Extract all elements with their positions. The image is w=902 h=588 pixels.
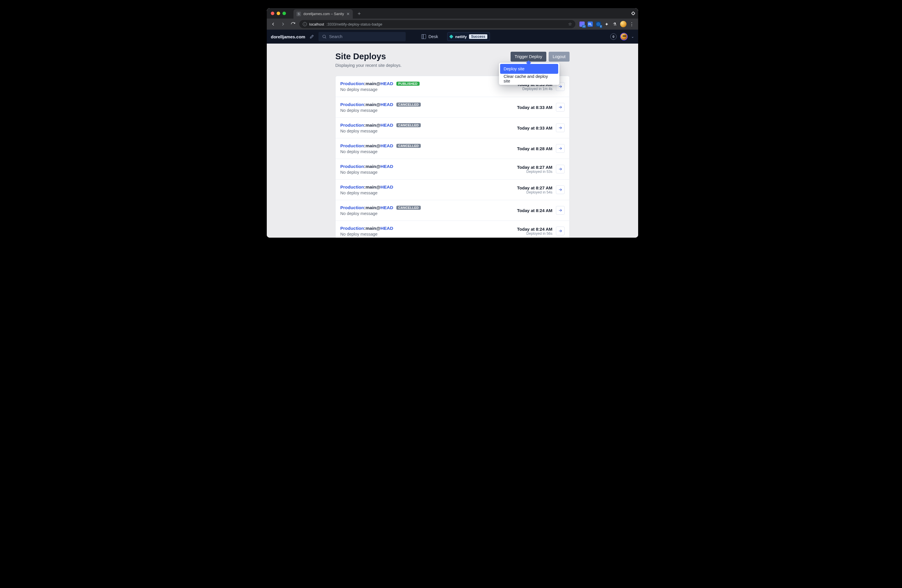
extension-react-icon[interactable]: 12 [579, 22, 585, 27]
svg-line-1 [325, 38, 326, 38]
deploy-title: Production:main@HEAD CANCELLED [340, 123, 421, 128]
deploy-title: Production:main@HEAD [340, 164, 393, 169]
dropdown-item-clear-cache-deploy[interactable]: Clear cache and deploy site [500, 74, 558, 84]
deploy-duration: Deployed in 56s [517, 231, 553, 236]
page: Site Deploys Displaying your recent site… [335, 52, 570, 238]
deploy-time: Today at 8:27 AM [517, 165, 553, 170]
deploy-title: Production:main@HEAD [340, 185, 393, 190]
tab-favicon: S [296, 12, 301, 16]
deploy-message: No deploy message [340, 232, 393, 236]
page-header: Site Deploys Displaying your recent site… [335, 52, 570, 68]
desk-nav[interactable]: Desk [421, 34, 438, 39]
back-button[interactable] [270, 20, 277, 28]
deploy-row[interactable]: Production:main@HEAD CANCELLEDNo deploy … [336, 117, 569, 138]
dropdown-item-deploy-site[interactable]: Deploy site [500, 64, 558, 74]
deploy-title: Production:main@HEAD CANCELLED [340, 102, 421, 107]
netlify-status: Success [469, 34, 487, 39]
minimize-window-icon[interactable] [277, 12, 280, 15]
site-name[interactable]: dorelljames.com [271, 34, 305, 39]
deploy-duration: Deployed in 53s [517, 170, 553, 174]
trigger-deploy-dropdown[interactable]: Deploy site Clear cache and deploy site [499, 63, 559, 85]
netlify-label: netlify [455, 34, 467, 39]
bookmark-star-icon[interactable]: ☆ [568, 22, 572, 27]
deploy-title: Production:main@HEAD [340, 226, 393, 231]
status-pill: CANCELLED [396, 144, 421, 148]
deploy-row[interactable]: Production:main@HEADNo deploy messageTod… [336, 179, 569, 200]
deploy-row[interactable]: Production:main@HEAD CANCELLEDNo deploy … [336, 138, 569, 159]
status-pill: PUBLISHED [396, 81, 420, 86]
deploy-time: Today at 8:28 AM [517, 146, 553, 151]
deploy-time: Today at 8:24 AM [517, 227, 553, 231]
deploy-message: No deploy message [340, 170, 393, 175]
extensions-menu-icon[interactable]: ✦ [604, 22, 609, 27]
address-bar[interactable]: i localhost:3333/netlify-deploy-status-b… [299, 20, 575, 28]
extension-redux-icon[interactable]: 2 [596, 22, 601, 27]
netlify-logo-icon [449, 34, 453, 39]
open-deploy-button[interactable] [556, 185, 565, 194]
close-window-icon[interactable] [271, 12, 274, 15]
open-deploy-button[interactable] [556, 103, 565, 111]
chevron-down-icon[interactable]: ⌄ [631, 34, 634, 39]
tab-overflow-icon[interactable] [631, 11, 635, 16]
deploy-time: Today at 8:27 AM [517, 185, 553, 190]
deploy-duration: Deployed in 54s [517, 190, 553, 194]
edit-icon[interactable] [308, 33, 315, 40]
open-deploy-button[interactable] [556, 144, 565, 153]
extension-fontloader-icon[interactable]: FL [587, 22, 593, 27]
browser-tab[interactable]: S dorelljames.com – Sanity ✕ [293, 9, 353, 19]
netlify-status-badge[interactable]: netlify Success [447, 32, 490, 41]
deploy-message: No deploy message [340, 129, 421, 133]
status-pill: CANCELLED [396, 103, 421, 106]
logout-button[interactable]: Logout [549, 52, 570, 62]
page-title: Site Deploys [335, 52, 402, 61]
deploy-row[interactable]: Production:main@HEADNo deploy messageTod… [336, 220, 569, 238]
url-host: localhost [309, 22, 324, 27]
open-deploy-button[interactable] [556, 165, 565, 174]
browser-menu-icon[interactable]: ⋮ [630, 22, 634, 27]
search-icon [322, 34, 327, 39]
open-deploy-button[interactable] [556, 227, 565, 235]
maximize-window-icon[interactable] [282, 12, 286, 15]
deploy-row[interactable]: Production:main@HEAD CANCELLEDNo deploy … [336, 200, 569, 220]
tab-title: dorelljames.com – Sanity [303, 12, 344, 16]
deploy-time: Today at 8:24 AM [517, 208, 553, 213]
deploy-message: No deploy message [340, 108, 421, 113]
notifications-badge[interactable]: 0 [610, 33, 617, 40]
deploy-title: Production:main@HEAD CANCELLED [340, 205, 421, 210]
content-area: Site Deploys Displaying your recent site… [267, 44, 638, 238]
deploy-time: Today at 8:33 AM [517, 105, 553, 110]
deploys-panel: Production:main@HEAD PUBLISHEDNo deploy … [335, 76, 570, 238]
deploy-time: Today at 8:33 AM [517, 125, 553, 130]
open-deploy-button[interactable] [556, 206, 565, 215]
reload-button[interactable] [290, 20, 296, 28]
deploy-duration: Deployed in 1m 4s [517, 87, 553, 91]
deploy-row[interactable]: Production:main@HEAD CANCELLEDNo deploy … [336, 97, 569, 117]
deploy-message: No deploy message [340, 149, 421, 154]
deploy-title: Production:main@HEAD PUBLISHED [340, 81, 420, 86]
user-avatar[interactable] [620, 33, 628, 41]
close-tab-icon[interactable]: ✕ [346, 12, 350, 16]
browser-window: S dorelljames.com – Sanity ✕ ＋ i localho… [267, 8, 638, 238]
experiments-icon[interactable]: ⚗ [612, 22, 617, 27]
desk-label: Desk [428, 34, 438, 39]
tab-strip: S dorelljames.com – Sanity ✕ ＋ [267, 8, 638, 19]
status-pill: CANCELLED [396, 206, 421, 210]
search-input[interactable]: Search [318, 32, 406, 41]
deploy-message: No deploy message [340, 191, 393, 195]
url-path: :3333/netlify-deploy-status-badge [326, 22, 382, 27]
deploy-row[interactable]: Production:main@HEADNo deploy messageTod… [336, 159, 569, 179]
status-pill: CANCELLED [396, 123, 421, 127]
deploy-message: No deploy message [340, 211, 421, 216]
layout-icon [421, 34, 426, 39]
app-bar: dorelljames.com Search Desk netlify Succ… [267, 30, 638, 44]
site-info-icon[interactable]: i [303, 22, 307, 26]
open-deploy-button[interactable] [556, 124, 565, 132]
new-tab-button[interactable]: ＋ [355, 9, 363, 17]
window-controls[interactable] [270, 8, 288, 19]
profile-avatar-icon[interactable] [620, 21, 626, 27]
deploy-title: Production:main@HEAD CANCELLED [340, 143, 421, 149]
forward-button[interactable] [280, 20, 287, 28]
svg-point-0 [323, 35, 326, 38]
extension-icons: 12 FL 2 ✦ ⚗ ⋮ [578, 21, 635, 27]
deploy-message: No deploy message [340, 87, 420, 92]
